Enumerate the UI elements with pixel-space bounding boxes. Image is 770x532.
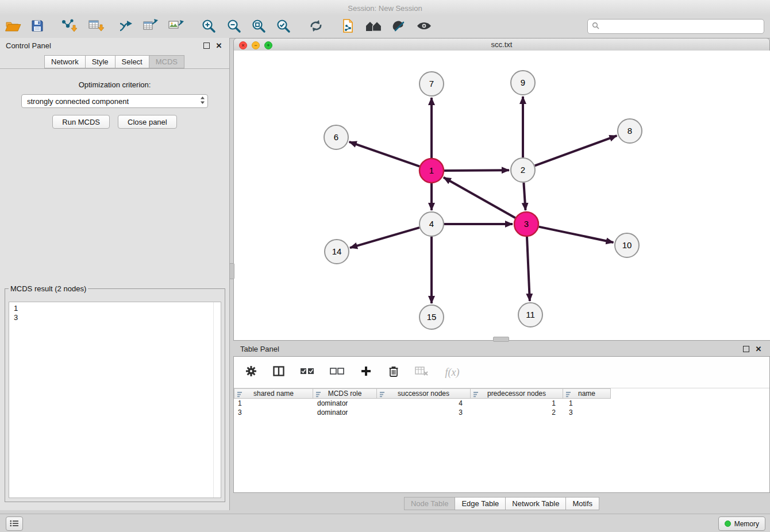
criterion-selected-value: strongly connected component — [27, 97, 200, 106]
table-cell: dominator — [313, 399, 378, 407]
graph-edge-2-8[interactable] — [535, 136, 617, 165]
svg-text:11: 11 — [526, 310, 535, 319]
search-input[interactable] — [602, 22, 760, 31]
memory-button[interactable]: Memory — [718, 516, 765, 531]
network-graph[interactable]: 7968124310141511 — [234, 51, 769, 340]
graph-node-9[interactable]: 9 — [511, 71, 535, 95]
graph-node-3[interactable]: 3 — [514, 212, 538, 236]
column-header-name[interactable]: name — [563, 388, 611, 399]
fx-icon: f(x) — [445, 367, 460, 379]
apply-style-button[interactable] — [388, 18, 409, 36]
export-network-button[interactable] — [116, 18, 136, 36]
svg-text:9: 9 — [521, 78, 525, 87]
tab-edge-table[interactable]: Edge Table — [455, 497, 506, 510]
network-canvas[interactable]: 7968124310141511 — [233, 51, 770, 341]
tab-network-table[interactable]: Network Table — [505, 497, 566, 510]
add-column-button[interactable] — [358, 364, 374, 380]
task-history-button[interactable] — [6, 516, 23, 531]
export-table-button[interactable] — [140, 18, 161, 36]
import-network-button[interactable] — [59, 18, 79, 36]
open-folder-icon — [5, 19, 22, 35]
close-panel-button[interactable]: Close panel — [118, 115, 177, 129]
graph-node-14[interactable]: 14 — [325, 240, 349, 264]
show-hide-button[interactable] — [414, 18, 434, 36]
graph-edge-3-10[interactable] — [539, 227, 614, 242]
delete-column-button[interactable] — [386, 364, 402, 380]
table-cell: dominator — [313, 408, 378, 417]
tab-select[interactable]: Select — [115, 55, 149, 68]
mcds-result-box[interactable]: 1 3 — [9, 302, 221, 498]
run-mcds-button[interactable]: Run MCDS — [52, 115, 110, 129]
graph-node-4[interactable]: 4 — [419, 212, 444, 236]
float-table-panel-icon[interactable] — [741, 344, 750, 353]
column-header-predecessor-nodes[interactable]: predecessor nodes — [470, 388, 563, 399]
graph-node-8[interactable]: 8 — [618, 119, 642, 143]
zoom-in-button[interactable] — [198, 18, 219, 36]
graph-edge-3-1[interactable] — [444, 178, 515, 218]
trash-icon — [388, 365, 399, 379]
show-columns-button[interactable] — [271, 364, 287, 380]
tab-style[interactable]: Style — [85, 55, 116, 68]
search-field[interactable] — [587, 19, 764, 34]
tab-motifs[interactable]: Motifs — [565, 497, 599, 510]
network-view-window: × − + scc.txt 7968124310141511 — [233, 38, 770, 340]
tab-mcds[interactable]: MCDS — [149, 55, 184, 68]
refresh-button[interactable] — [306, 18, 326, 36]
close-table-panel-icon[interactable]: ✕ — [754, 344, 763, 353]
table-row[interactable]: 3dominator323 — [234, 408, 769, 417]
column-header-successor-nodes[interactable]: successor nodes — [376, 388, 471, 399]
svg-text:7: 7 — [429, 79, 434, 88]
network-window-titlebar[interactable]: × − + scc.txt — [233, 38, 770, 52]
export-image-button[interactable] — [165, 18, 186, 36]
graph-edge-2-3[interactable] — [523, 183, 525, 210]
open-session-button[interactable] — [3, 18, 24, 36]
svg-text:3: 3 — [524, 219, 529, 229]
column-header-label: name — [578, 390, 595, 398]
zoom-selected-button[interactable] — [273, 18, 294, 36]
float-panel-icon[interactable] — [202, 41, 211, 50]
svg-text:4: 4 — [429, 219, 434, 229]
graph-node-6[interactable]: 6 — [324, 125, 348, 149]
column-header-MCDS-role[interactable]: MCDS role — [313, 388, 377, 399]
graph-node-11[interactable]: 11 — [518, 303, 542, 327]
criterion-select[interactable]: strongly connected component — [21, 94, 208, 108]
clone-network-button[interactable] — [338, 18, 359, 36]
close-panel-icon[interactable]: ✕ — [214, 41, 224, 50]
graph-node-15[interactable]: 15 — [419, 305, 444, 329]
vertical-splitter-handle[interactable] — [229, 263, 234, 279]
import-table-button[interactable] — [86, 18, 106, 36]
plus-icon — [361, 366, 371, 379]
column-header-label: MCDS role — [328, 390, 362, 398]
home-button[interactable] — [363, 18, 384, 36]
graph-edge-1-6[interactable] — [349, 142, 420, 167]
tab-node-table[interactable]: Node Table — [404, 497, 456, 510]
tab-network[interactable]: Network — [44, 55, 86, 68]
home-icon — [365, 19, 382, 35]
graph-node-1[interactable]: 1 — [419, 159, 444, 183]
graph-edge-3-11[interactable] — [527, 237, 530, 301]
node-table-header: shared nameMCDS rolesuccessor nodesprede… — [234, 388, 769, 399]
save-session-button[interactable] — [27, 18, 48, 36]
zoom-fit-button[interactable] — [248, 18, 269, 36]
table-panel: Table Panel ✕ f(x) shared nameMCDS roles… — [233, 341, 770, 511]
graph-edge-1-2[interactable] — [444, 170, 509, 171]
graph-node-2[interactable]: 2 — [511, 158, 535, 182]
zoom-out-button[interactable] — [224, 18, 244, 36]
table-panel-body: f(x) shared nameMCDS rolesuccessor nodes… — [233, 356, 770, 493]
mcds-result-group: MCDS result (2 nodes) 1 3 — [5, 284, 225, 502]
mcds-result-text: 1 3 — [9, 302, 221, 324]
table-cell: 4 — [378, 399, 472, 407]
delete-table-icon — [415, 366, 429, 379]
graph-node-7[interactable]: 7 — [419, 72, 444, 96]
function-builder-button[interactable]: f(x) — [442, 364, 463, 380]
select-all-button[interactable] — [298, 364, 317, 380]
svg-text:2: 2 — [521, 165, 525, 175]
graph-node-10[interactable]: 10 — [615, 233, 639, 257]
column-header-shared-name[interactable]: shared name — [234, 388, 313, 399]
control-panel-header: Control Panel ✕ — [0, 38, 229, 53]
delete-table-button[interactable] — [413, 364, 430, 380]
table-row[interactable]: 1dominator411 — [234, 399, 769, 408]
graph-edge-4-14[interactable] — [350, 228, 419, 248]
deselect-all-button[interactable] — [328, 364, 346, 380]
table-settings-button[interactable] — [243, 364, 259, 380]
